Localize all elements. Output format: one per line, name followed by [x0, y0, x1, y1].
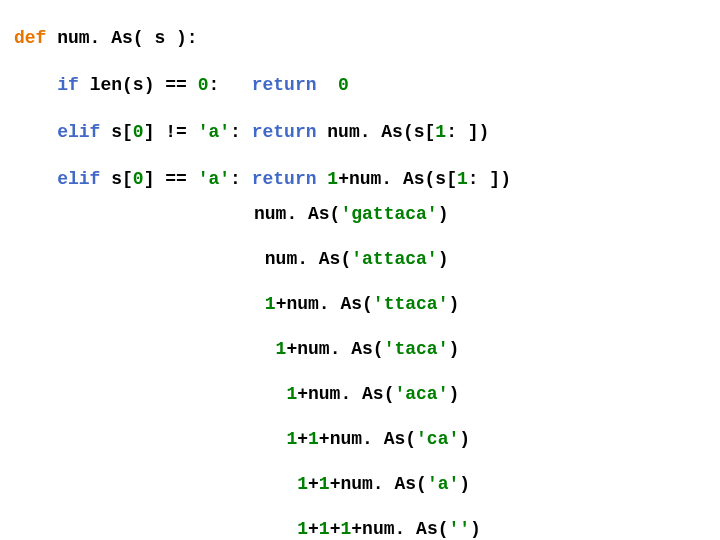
trace-line-2: num. As('attaca') [254, 248, 481, 271]
code-line-1: def num. As( s ): [14, 27, 511, 50]
code-text: num. As( s ): [46, 28, 197, 48]
trace-line-7: 1+1+num. As('a') [254, 473, 481, 496]
literal-char: 'a' [198, 122, 230, 142]
literal-char: 'a' [198, 169, 230, 189]
code-line-2: if len(s) == 0: return 0 [14, 74, 511, 97]
literal-string: 'ttaca' [373, 294, 449, 314]
literal-string: 'a' [427, 474, 459, 494]
literal-zero: 0 [338, 75, 349, 95]
trace-line-6: 1+1+num. As('ca') [254, 428, 481, 451]
keyword-elif: elif [57, 122, 100, 142]
literal-string: 'attaca' [351, 249, 437, 269]
literal-string: 'ca' [416, 429, 459, 449]
keyword-return: return [252, 122, 317, 142]
trace-line-3: 1+num. As('ttaca') [254, 293, 481, 316]
code-line-3: elif s[0] != 'a': return num. As(s[1: ]) [14, 121, 511, 144]
literal-string: 'aca' [394, 384, 448, 404]
keyword-if: if [57, 75, 79, 95]
trace-line-5: 1+num. As('aca') [254, 383, 481, 406]
literal-string: '' [449, 519, 471, 539]
literal-string: 'taca' [384, 339, 449, 359]
keyword-elif: elif [57, 169, 100, 189]
keyword-return: return [252, 75, 317, 95]
recursion-trace: num. As('gattaca') num. As('attaca') 1+n… [254, 180, 481, 540]
keyword-def: def [14, 28, 46, 48]
literal-string: 'gattaca' [340, 204, 437, 224]
trace-line-4: 1+num. As('taca') [254, 338, 481, 361]
literal-zero: 0 [198, 75, 209, 95]
trace-line-8: 1+1+1+num. As('') [254, 518, 481, 541]
trace-line-1: num. As('gattaca') [254, 203, 481, 226]
